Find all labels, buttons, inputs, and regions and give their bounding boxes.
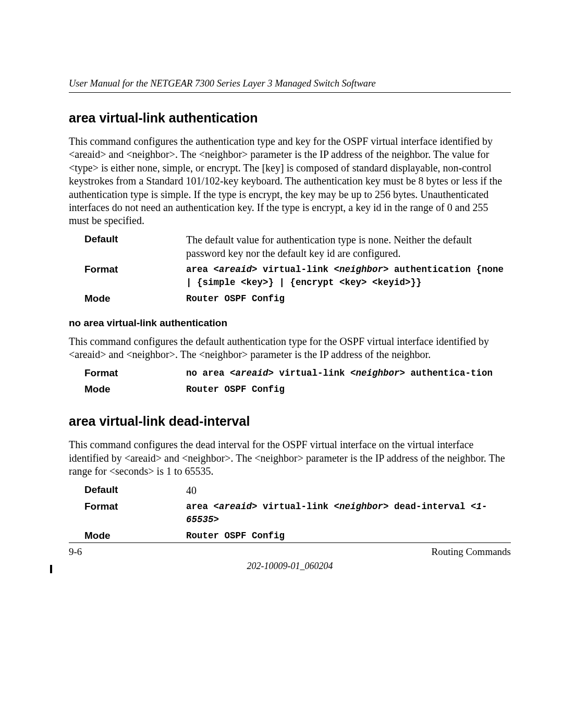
row-mode: Mode Router OSPF Config	[84, 529, 511, 542]
label-format: Format	[84, 263, 186, 290]
format-neighbor: neighbor	[339, 264, 383, 275]
format-segment: > virtual-link <	[252, 264, 339, 275]
header-rule	[69, 92, 511, 93]
format-segment: area <	[186, 264, 219, 275]
label-mode: Mode	[84, 292, 186, 305]
row-format: Format no area <areaid> virtual-link <ne…	[84, 367, 511, 380]
footer-docid: 202-10009-01_060204	[69, 561, 511, 572]
footer-row: 9-6 Routing Commands	[69, 546, 511, 558]
format-segment: > virtual-link <	[252, 501, 339, 512]
label-default: Default	[84, 233, 186, 260]
label-mode: Mode	[84, 529, 186, 542]
label-mode: Mode	[84, 383, 186, 396]
row-default: Default The default value for authentica…	[84, 233, 511, 260]
format-areaid: areaid	[236, 368, 268, 378]
label-format: Format	[84, 500, 186, 527]
format-areaid: areaid	[219, 264, 252, 275]
value-default: 40	[186, 484, 511, 497]
row-mode: Mode Router OSPF Config	[84, 383, 511, 396]
definition-table-noauth: Format no area <areaid> virtual-link <ne…	[84, 367, 511, 397]
format-segment: no area <	[186, 368, 236, 378]
section-body-auth: This command configures the authenticati…	[69, 135, 511, 228]
value-mode: Router OSPF Config	[186, 383, 511, 396]
format-segment: > virtual-link <	[268, 368, 356, 378]
footer-rule	[69, 542, 511, 543]
page-number: 9-6	[69, 546, 82, 558]
label-format: Format	[84, 367, 186, 380]
value-format: area <areaid> virtual-link <neighbor> de…	[186, 500, 511, 527]
format-segment: > authentica-tion	[400, 368, 493, 378]
definition-table-dead: Default 40 Format area <areaid> virtual-…	[84, 484, 511, 543]
format-neighbor: neighbor	[339, 501, 383, 512]
row-format: Format area <areaid> virtual-link <neigh…	[84, 263, 511, 290]
value-default: The default value for authentication typ…	[186, 233, 511, 260]
change-bar-icon	[50, 565, 52, 573]
format-segment: >	[214, 514, 219, 525]
row-default: Default 40	[84, 484, 511, 497]
value-mode: Router OSPF Config	[186, 292, 511, 305]
format-neighbor: neighbor	[356, 368, 400, 378]
value-format: area <areaid> virtual-link <neighbor> au…	[186, 263, 511, 290]
row-format: Format area <areaid> virtual-link <neigh…	[84, 500, 511, 527]
section-body-dead: This command configures the dead interva…	[69, 438, 511, 478]
format-segment: > dead-interval <	[383, 501, 476, 512]
running-header: User Manual for the NETGEAR 7300 Series …	[69, 78, 511, 89]
value-format: no area <areaid> virtual-link <neighbor>…	[186, 367, 511, 380]
footer-section: Routing Commands	[431, 546, 511, 558]
format-areaid: areaid	[219, 501, 252, 512]
sub-body-noauth: This command configures the default auth…	[69, 335, 511, 362]
row-mode: Mode Router OSPF Config	[84, 292, 511, 305]
format-segment: area <	[186, 501, 219, 512]
sub-heading-noauth: no area virtual-link authentication	[69, 317, 511, 329]
section-heading-auth: area virtual-link authentication	[69, 110, 511, 126]
definition-table-auth: Default The default value for authentica…	[84, 233, 511, 306]
section-heading-dead: area virtual-link dead-interval	[69, 414, 511, 429]
label-default: Default	[84, 484, 186, 497]
value-mode: Router OSPF Config	[186, 529, 511, 542]
